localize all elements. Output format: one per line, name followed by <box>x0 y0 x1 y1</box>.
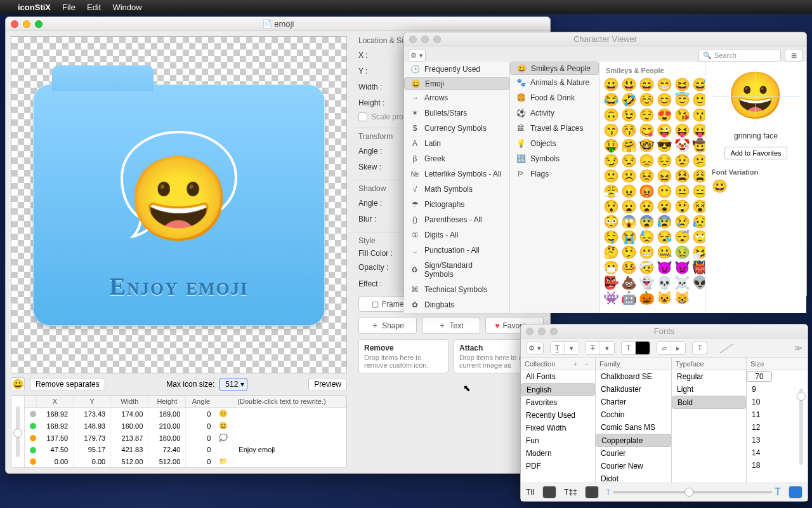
emoji-cell[interactable]: ☹️ <box>621 170 636 182</box>
list-item[interactable]: Favorites <box>521 396 595 409</box>
list-item[interactable]: Fixed Width <box>521 422 595 434</box>
emoji-cell[interactable]: 🙃 <box>603 109 619 121</box>
close-window-icon[interactable] <box>11 20 18 28</box>
list-item[interactable]: 18 <box>747 459 795 472</box>
emoji-cell[interactable]: 🤐 <box>657 246 672 258</box>
scale-proportional-checkbox[interactable] <box>358 112 367 121</box>
emoji-cell[interactable]: 😉 <box>621 109 636 121</box>
emoji-cell[interactable]: 🙂 <box>692 93 705 106</box>
emoji-cell[interactable]: 🤡 <box>674 139 690 152</box>
list-item[interactable]: Regular <box>672 370 746 383</box>
emoji-cell[interactable]: 😙 <box>603 124 619 137</box>
emoji-cell[interactable]: 😵 <box>692 200 705 213</box>
emoji-cell[interactable]: 😓 <box>639 231 654 243</box>
list-item[interactable]: βGreek <box>404 151 509 166</box>
emoji-cell[interactable]: 😸 <box>674 291 690 304</box>
emoji-cell[interactable]: 😆 <box>674 78 690 91</box>
app-menu[interactable]: iconStiX <box>18 3 51 12</box>
emoji-cell[interactable]: 🎃 <box>639 291 654 304</box>
close-icon[interactable] <box>526 328 534 335</box>
emoji-cell[interactable]: 🤖 <box>621 291 636 304</box>
editor-titlebar[interactable]: 📄 emoji <box>6 17 550 31</box>
list-item[interactable]: PDF <box>521 460 595 472</box>
menubar[interactable]: iconStiX File Edit Window <box>0 0 812 14</box>
emoji-cell[interactable]: 😧 <box>639 200 654 213</box>
icon-canvas[interactable]: 😀 Enjoy emoji <box>11 36 347 373</box>
list-item[interactable]: ()Parentheses - All <box>404 212 509 227</box>
more-icon[interactable]: ≫ <box>794 344 802 352</box>
emoji-cell[interactable]: 😄 <box>639 78 654 91</box>
text-color-icon[interactable]: T <box>622 342 636 354</box>
font-size-slider[interactable] <box>613 491 772 493</box>
color-a-swatch[interactable] <box>542 486 556 498</box>
list-item[interactable]: Bold <box>672 396 746 409</box>
emoji-cell[interactable]: 🤓 <box>639 139 654 152</box>
add-text-button[interactable]: ＋ Text <box>422 317 480 334</box>
emoji-cell[interactable]: 🙁 <box>603 170 619 182</box>
emoji-cell[interactable]: 💩 <box>621 276 636 289</box>
fonts-titlebar[interactable]: Fonts <box>521 324 808 338</box>
list-item[interactable]: 😀Smileys & People <box>510 62 599 75</box>
list-item[interactable]: 9 <box>747 383 795 396</box>
table-row[interactable]: 47.5095.17421.8372.400Enjoy emoji <box>25 444 346 455</box>
charviewer-titlebar[interactable]: Character Viewer <box>404 32 806 46</box>
emoji-cell[interactable]: 😪 <box>657 231 672 243</box>
folder-text[interactable]: Enjoy emoji <box>33 272 325 300</box>
list-item[interactable]: Courier New <box>596 460 671 472</box>
list-item[interactable]: ✿Dingbats <box>404 297 509 312</box>
emoji-cell[interactable]: 😁 <box>657 78 672 91</box>
underline-styles[interactable]: TII <box>526 488 535 497</box>
emoji-cell[interactable]: 😈 <box>657 261 672 274</box>
emoji-cell[interactable]: 😑 <box>692 185 705 197</box>
list-item[interactable]: Chalkduster <box>596 383 671 396</box>
edit-menu[interactable]: Edit <box>87 3 101 12</box>
emoji-cell[interactable]: 🤤 <box>603 231 619 243</box>
emoji-cell[interactable]: 😟 <box>674 154 690 167</box>
emoji-cell[interactable]: 😣 <box>639 170 654 182</box>
emoji-cell[interactable]: 👺 <box>603 276 619 289</box>
emoji-cell[interactable]: 😮 <box>657 200 672 213</box>
list-item[interactable]: 12 <box>747 421 795 434</box>
emoji-cell[interactable]: 😰 <box>657 215 672 228</box>
list-item[interactable]: ⌘Technical Symbols <box>404 282 509 297</box>
fonts-toolbar[interactable]: ⚙ ▾ T̲▾ T▾ T ▱▸ T ≫ <box>521 338 808 358</box>
emoji-cell[interactable]: 😡 <box>639 185 654 197</box>
list-item[interactable]: 🔣Symbols <box>510 151 599 166</box>
emoji-cell[interactable]: 😢 <box>674 215 690 228</box>
emoji-cell[interactable]: 🤥 <box>621 246 636 258</box>
emoji-cell[interactable]: 😝 <box>674 124 690 137</box>
list-item[interactable]: Recently Used <box>521 409 595 422</box>
add-favorites-button[interactable]: Add to Favorites <box>724 147 787 159</box>
traffic-lights[interactable] <box>11 20 43 28</box>
list-item[interactable]: Chalkboard SE <box>596 370 671 383</box>
list-item[interactable]: English <box>521 383 595 396</box>
emoji-cell[interactable]: 👿 <box>674 261 690 274</box>
zoom-window-icon[interactable] <box>35 20 43 28</box>
list-item[interactable]: .,Punctuation - All <box>404 243 509 258</box>
underline-icon[interactable]: T̲ <box>551 342 565 354</box>
emoji-cell[interactable]: 😃 <box>621 78 636 91</box>
emoji-cell[interactable]: 😩 <box>692 170 705 182</box>
search-input[interactable]: 🔍 Search <box>698 49 781 62</box>
emoji-cell[interactable]: 😊 <box>657 93 672 106</box>
list-item[interactable]: 🍔Food & Drink <box>510 90 599 105</box>
list-item[interactable]: Courier <box>596 447 671 460</box>
emoji-cell[interactable]: 🤑 <box>603 139 619 152</box>
add-remove-collection[interactable]: + − <box>573 360 591 368</box>
emoji-cell[interactable]: 😭 <box>621 231 636 243</box>
emoji-cell[interactable]: 🤣 <box>621 93 636 106</box>
zoom-icon[interactable] <box>433 36 441 43</box>
folder-artwork[interactable]: 😀 Enjoy emoji <box>33 84 325 326</box>
emoji-cell[interactable]: 😤 <box>603 185 619 197</box>
emoji-cell[interactable]: 😇 <box>674 93 690 106</box>
minimize-icon[interactable] <box>538 328 546 335</box>
emoji-cell[interactable]: 😍 <box>657 109 672 121</box>
size-slider[interactable] <box>799 389 803 465</box>
selected-layer-icon[interactable]: 😀 <box>11 377 25 391</box>
emoji-cell[interactable]: 🤧 <box>692 246 705 258</box>
emoji-cell[interactable]: 🤢 <box>674 246 690 258</box>
list-item[interactable]: 🕒Frequently Used <box>404 62 509 77</box>
emoji-cell[interactable]: 🤕 <box>639 261 654 274</box>
emoji-cell[interactable]: 😥 <box>692 215 705 228</box>
emoji-cell[interactable]: 😱 <box>621 215 636 228</box>
